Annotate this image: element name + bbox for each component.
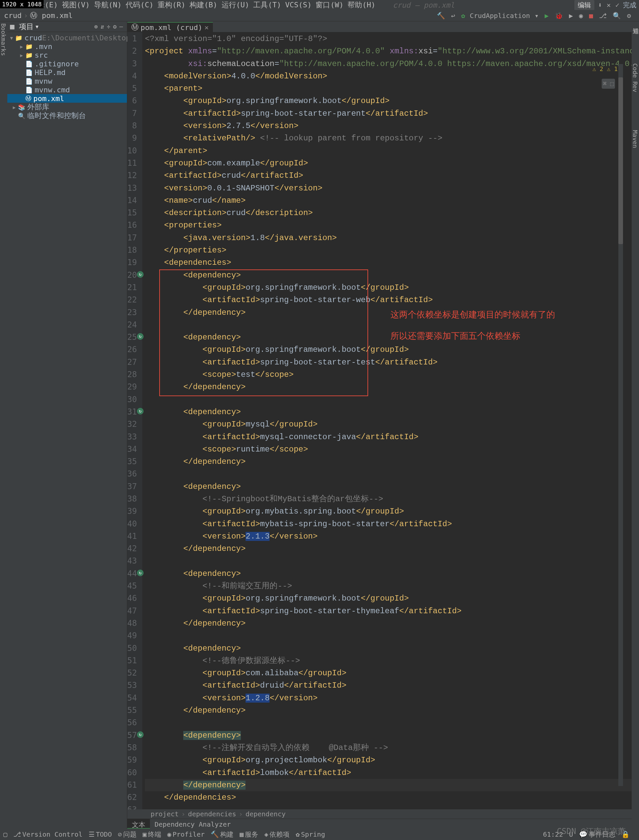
hide-icon[interactable]: — xyxy=(119,23,123,30)
tree-row[interactable]: ▸📁.mvn xyxy=(7,42,127,51)
status-profiler[interactable]: ◉ Profiler xyxy=(167,830,205,838)
annotation-text-1: 这两个依赖坐标是创建项目的时候就有了的 xyxy=(391,309,555,320)
tree-row[interactable]: 🔍临时文件和控制台 xyxy=(7,112,127,120)
gutter[interactable]: 1234567891011121314151617181920212223242… xyxy=(127,32,142,809)
editor-tabs: Ⓜpom.xml (crud)× xyxy=(127,21,632,32)
inspection-badge[interactable]: ⚠ 2 ⚠ 1 xyxy=(592,65,618,72)
status-todo[interactable]: ☰ TODO xyxy=(89,830,112,838)
code-content[interactable]: <?xml version="1.0" encoding="UTF-8"?><p… xyxy=(142,32,632,809)
tree-row[interactable]: 📄mvnw xyxy=(7,77,127,85)
done-label: 完成 xyxy=(623,1,636,10)
run-config-label[interactable]: CrudApplication xyxy=(470,12,530,20)
right-tool-strip: 通知 Code Rev Maven xyxy=(632,21,639,829)
dimension-label: 1920 x 1048 xyxy=(0,0,44,8)
tree-row[interactable]: ▾📁crud E:\Documenti\Desktop\crud xyxy=(7,33,127,42)
menu-item[interactable]: 构建(B) xyxy=(189,1,218,9)
stop-icon[interactable]: ■ xyxy=(588,12,594,20)
profiler-icon[interactable]: ◉ xyxy=(578,12,584,20)
left-tool-strip: Bookmarks 结构 xyxy=(0,21,7,829)
bookmarks-tool[interactable]: Bookmarks xyxy=(0,21,7,56)
window-title: crud – pom.xml xyxy=(393,1,455,10)
tree-row[interactable]: Ⓜpom.xml xyxy=(7,94,127,103)
project-panel: ▦ 项目▾ ⊕ ⇵ ÷ ⚙ — ▾📁crud E:\Documenti\Desk… xyxy=(7,21,127,829)
coverage-icon[interactable]: ▶ xyxy=(568,12,574,20)
main-menu-bar: 编辑(E)视图(V)导航(N)代码(C)重构(R)构建(B)运行(U)工具(T)… xyxy=(0,0,639,10)
menu-item[interactable]: VCS(S) xyxy=(285,1,312,9)
tree-row[interactable]: 📄mvnw.cmd xyxy=(7,85,127,94)
spring-icon: ✿ xyxy=(460,12,466,20)
tree-row[interactable]: ▸📚外部库 xyxy=(7,103,127,112)
tool-window-icon[interactable]: ▢ xyxy=(3,830,7,838)
download-icon[interactable]: ⬇ xyxy=(597,1,603,9)
structure-breadcrumb: project› dependencies› dependency xyxy=(127,809,632,819)
expand-icon[interactable]: ⇵ xyxy=(101,23,104,30)
status-problems[interactable]: ⊘ 问题 xyxy=(118,830,137,839)
notifications-tool[interactable]: 通知 xyxy=(632,21,639,23)
status-vcs[interactable]: ⎇ Version Control xyxy=(13,830,83,838)
edit-button[interactable]: 编辑 xyxy=(574,0,594,10)
menu-item[interactable]: 帮助(H) xyxy=(348,1,375,9)
code-review-tool[interactable]: Code Rev xyxy=(632,61,639,92)
project-title: ▦ 项目 xyxy=(10,22,33,32)
breadcrumb-file[interactable]: Ⓜ pom.xml xyxy=(30,11,73,21)
run-icon[interactable]: ▶ xyxy=(544,12,550,20)
status-build[interactable]: 🔨 构建 xyxy=(211,830,234,839)
status-terminal[interactable]: ▣ 终端 xyxy=(143,830,161,839)
menu-item[interactable]: 代码(C) xyxy=(126,1,154,9)
debug-icon[interactable]: 🐞 xyxy=(553,12,564,20)
settings-icon[interactable]: ⚙ xyxy=(626,12,632,20)
check-icon: ✓ xyxy=(614,1,620,9)
search-icon[interactable]: 🔍 xyxy=(611,12,622,20)
tree-row[interactable]: 📄HELP.md xyxy=(7,68,127,77)
status-bar: ▢ ⎇ Version Control ☰ TODO ⊘ 问题 ▣ 终端 ◉ P… xyxy=(0,829,639,840)
collapse-icon[interactable]: ÷ xyxy=(106,23,110,30)
git-icon[interactable]: ⎇ xyxy=(598,12,608,20)
select-target-icon[interactable]: ⊕ xyxy=(94,23,98,30)
menu-item[interactable]: 窗口(W) xyxy=(315,1,343,9)
status-deps[interactable]: ◈ 依赖项 xyxy=(264,830,289,839)
editor: Ⓜpom.xml (crud)× 12345678910111213141516… xyxy=(127,21,632,829)
tree-row[interactable]: 📄.gitignore xyxy=(7,59,127,68)
status-services[interactable]: ▦ 服务 xyxy=(240,830,258,839)
tab-pom-xml[interactable]: Ⓜpom.xml (crud)× xyxy=(127,22,213,32)
close-tab-icon[interactable]: × xyxy=(204,23,208,32)
maven-tool[interactable]: Maven xyxy=(632,128,639,148)
watermark: CSDN @江南志凉萧 xyxy=(557,826,626,837)
menu-item[interactable]: 导航(N) xyxy=(94,1,122,9)
structure-tool[interactable]: 结构 xyxy=(0,823,8,825)
gear-icon[interactable]: ⚙ xyxy=(113,23,117,30)
breadcrumb-root[interactable]: crud xyxy=(4,11,22,20)
tab-text[interactable]: 文本 xyxy=(127,819,150,829)
scrollbar[interactable] xyxy=(618,64,623,786)
menu-item[interactable]: 视图(V) xyxy=(62,1,90,9)
close-icon[interactable]: ✕ xyxy=(606,1,612,9)
status-spring[interactable]: ✿ Spring xyxy=(296,830,325,838)
annotation-text-2: 所以还需要添加下面五个依赖坐标 xyxy=(391,330,520,342)
menu-item[interactable]: 运行(U) xyxy=(221,1,250,9)
back-arrow-icon[interactable]: ↩ xyxy=(450,12,456,20)
tab-dependency-analyzer[interactable]: Dependency Analyzer xyxy=(150,819,235,829)
hammer-icon[interactable]: 🔨 xyxy=(436,12,447,20)
menu-item[interactable]: 重构(R) xyxy=(157,1,186,9)
menu-item[interactable]: 工具(T) xyxy=(253,1,281,9)
editor-bottom-tabs: 文本 Dependency Analyzer xyxy=(127,819,632,829)
tree-row[interactable]: ▸📁src xyxy=(7,51,127,59)
reader-mode-icon[interactable]: ⌘ ⬚ xyxy=(602,79,615,89)
scrollbar-thumb[interactable] xyxy=(618,77,623,244)
